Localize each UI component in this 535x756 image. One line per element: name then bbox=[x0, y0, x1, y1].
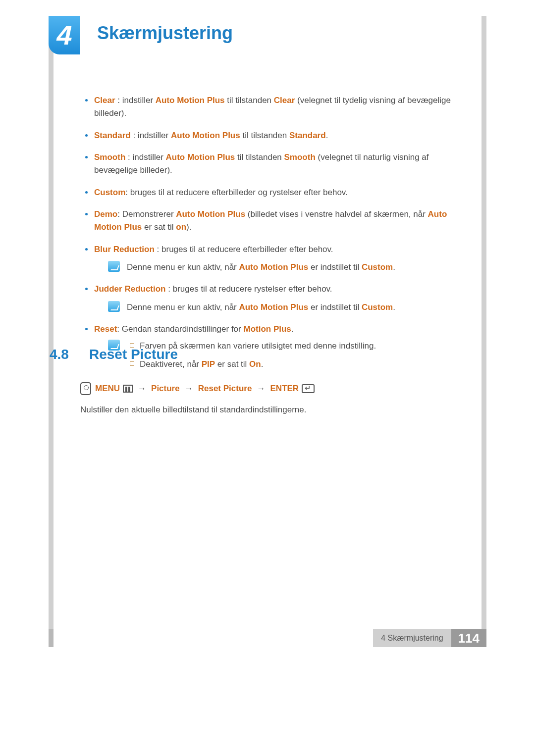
nav-menu: MENU bbox=[95, 384, 120, 394]
term: Clear bbox=[94, 96, 115, 105]
chapter-number: 4 bbox=[56, 21, 72, 49]
page-footer: 4 Skærmjustering 114 bbox=[49, 629, 486, 647]
navigation-path: MENU → Picture → Reset Picture → ENTER bbox=[80, 382, 315, 395]
note-icon bbox=[108, 301, 120, 312]
remote-icon bbox=[80, 382, 91, 395]
list-item: Demo: Demonstrerer Auto Motion Plus (bil… bbox=[80, 208, 457, 234]
menu-grid-icon bbox=[123, 385, 133, 393]
right-side-bar bbox=[482, 16, 486, 640]
chapter-tab: 4 bbox=[49, 16, 80, 54]
content-area: Clear : indstiller Auto Motion Plus til … bbox=[80, 94, 457, 385]
feature-list: Clear : indstiller Auto Motion Plus til … bbox=[80, 94, 457, 376]
nav-enter: ENTER bbox=[270, 384, 299, 394]
section-body: Nulstiller den aktuelle billedtilstand t… bbox=[80, 405, 306, 415]
footer-chapter-label: 4 Skærmjustering bbox=[373, 629, 451, 647]
note-row: Denne menu er kun aktiv, når Auto Motion… bbox=[108, 301, 457, 314]
chapter-title: Skærmjustering bbox=[97, 23, 233, 44]
list-item: Custom: bruges til at reducere efterbill… bbox=[80, 186, 457, 199]
list-item: Clear : indstiller Auto Motion Plus til … bbox=[80, 94, 457, 120]
enter-icon bbox=[302, 384, 315, 393]
nav-reset: Reset Picture bbox=[198, 384, 252, 394]
arrow-icon: → bbox=[255, 384, 267, 394]
left-side-bar bbox=[49, 16, 54, 640]
list-item: Blur Reduction : bruges til at reducere … bbox=[80, 243, 457, 274]
arrow-icon: → bbox=[136, 384, 148, 394]
list-item: Judder Reduction : bruges til at reducer… bbox=[80, 283, 457, 314]
list-item: Smooth : indstiller Auto Motion Plus til… bbox=[80, 151, 457, 177]
arrow-icon: → bbox=[183, 384, 195, 394]
page-number: 114 bbox=[451, 629, 486, 647]
note-icon bbox=[108, 261, 120, 272]
note-row: Denne menu er kun aktiv, når Auto Motion… bbox=[108, 261, 457, 274]
list-item: Standard : indstiller Auto Motion Plus t… bbox=[80, 129, 457, 142]
note-text: Denne menu er kun aktiv, når Auto Motion… bbox=[127, 301, 395, 314]
note-text: Denne menu er kun aktiv, når Auto Motion… bbox=[127, 261, 395, 274]
section-number: 4.8 bbox=[50, 347, 69, 362]
section-title: Reset Picture bbox=[89, 347, 178, 362]
nav-picture: Picture bbox=[151, 384, 180, 394]
